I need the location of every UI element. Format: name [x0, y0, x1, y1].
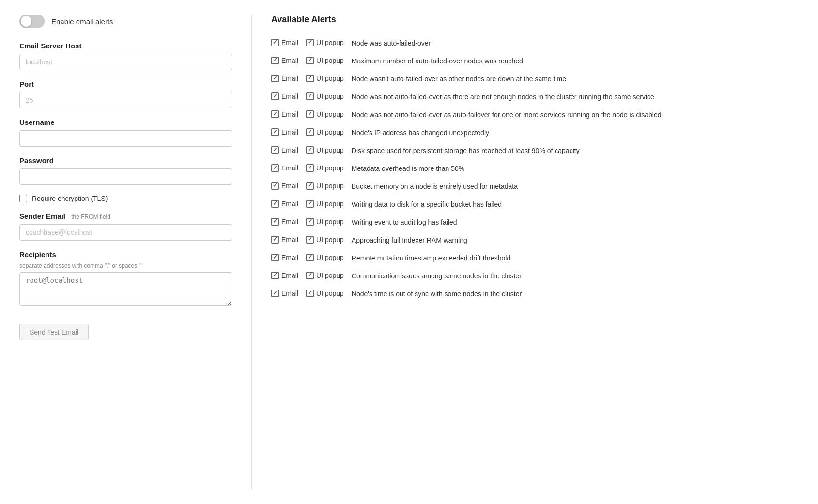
- popup-checkbox-icon[interactable]: [306, 272, 314, 279]
- alert-item: Email UI popup Communication issues amon…: [271, 267, 799, 285]
- username-input[interactable]: [19, 130, 232, 147]
- email-check-group: Email: [271, 146, 298, 154]
- popup-checkbox-icon[interactable]: [306, 236, 314, 244]
- popup-checkbox-icon[interactable]: [306, 164, 314, 172]
- email-check-group: Email: [271, 56, 298, 64]
- sender-email-label: Sender Email the FROM field: [19, 212, 232, 220]
- email-check-group: Email: [271, 92, 298, 100]
- email-checkbox-icon[interactable]: [271, 182, 279, 190]
- recipients-label: Recipients: [19, 250, 232, 259]
- email-label: Email: [281, 146, 298, 154]
- popup-label: UI popup: [316, 182, 344, 190]
- alert-description: Disk space used for persistent storage h…: [352, 146, 799, 156]
- server-host-input[interactable]: [19, 54, 232, 70]
- popup-checkbox-icon[interactable]: [306, 39, 314, 46]
- popup-checkbox-icon[interactable]: [306, 110, 314, 118]
- alert-checks: Email UI popup: [271, 38, 352, 46]
- email-checkbox-icon[interactable]: [271, 218, 279, 226]
- popup-check-group: UI popup: [306, 271, 344, 279]
- server-host-label: Email Server Host: [19, 42, 232, 50]
- email-checkbox-icon[interactable]: [271, 254, 279, 261]
- sender-email-input[interactable]: [19, 224, 232, 241]
- email-label: Email: [281, 57, 298, 64]
- email-check-group: Email: [271, 164, 298, 172]
- alerts-list: Email UI popup Node was auto-failed-over…: [271, 34, 799, 303]
- popup-check-group: UI popup: [306, 199, 344, 208]
- alert-checks: Email UI popup: [271, 110, 352, 118]
- email-checkbox-icon[interactable]: [271, 57, 279, 64]
- email-check-group: Email: [271, 289, 298, 297]
- alert-checks: Email UI popup: [271, 199, 352, 208]
- email-checkbox-icon[interactable]: [271, 146, 279, 154]
- popup-checkbox-icon[interactable]: [306, 182, 314, 190]
- email-checkbox-icon[interactable]: [271, 110, 279, 118]
- popup-label: UI popup: [316, 236, 344, 244]
- alert-item: Email UI popup Metadata overhead is more…: [271, 160, 799, 178]
- popup-check-group: UI popup: [306, 164, 344, 172]
- encryption-row: Require encryption (TLS): [19, 195, 232, 202]
- send-test-email-button[interactable]: Send Test Email: [19, 324, 89, 340]
- popup-checkbox-icon[interactable]: [306, 218, 314, 226]
- username-label: Username: [19, 118, 232, 126]
- popup-checkbox-icon[interactable]: [306, 128, 314, 136]
- popup-label: UI popup: [316, 92, 344, 100]
- popup-checkbox-icon[interactable]: [306, 75, 314, 82]
- alert-description: Approaching full Indexer RAM warning: [352, 235, 799, 245]
- email-label: Email: [281, 272, 298, 279]
- alert-description: Node was auto-failed-over: [352, 38, 799, 48]
- username-group: Username: [19, 118, 232, 147]
- port-input[interactable]: [19, 92, 232, 108]
- alert-description: Node was not auto-failed-over as there a…: [352, 92, 799, 102]
- email-checkbox-icon[interactable]: [271, 128, 279, 136]
- popup-checkbox-icon[interactable]: [306, 92, 314, 100]
- popup-check-group: UI popup: [306, 56, 344, 64]
- popup-checkbox-icon[interactable]: [306, 254, 314, 261]
- popup-checkbox-icon[interactable]: [306, 200, 314, 208]
- alert-description: Writing event to audit log has failed: [352, 217, 799, 228]
- password-label: Password: [19, 156, 232, 165]
- email-checkbox-icon[interactable]: [271, 75, 279, 82]
- email-label: Email: [281, 164, 298, 172]
- page-container: Enable email alerts Email Server Host Po…: [0, 0, 818, 504]
- email-checkbox-icon[interactable]: [271, 200, 279, 208]
- email-label: Email: [281, 110, 298, 118]
- popup-check-group: UI popup: [306, 289, 344, 297]
- email-checkbox-icon[interactable]: [271, 272, 279, 279]
- alert-checks: Email UI popup: [271, 271, 352, 279]
- alert-checks: Email UI popup: [271, 235, 352, 244]
- email-label: Email: [281, 290, 298, 297]
- recipients-textarea[interactable]: [19, 272, 232, 306]
- popup-label: UI popup: [316, 57, 344, 64]
- email-label: Email: [281, 92, 298, 100]
- popup-checkbox-icon[interactable]: [306, 146, 314, 154]
- email-checkbox-icon[interactable]: [271, 39, 279, 46]
- toggle-slider: [19, 15, 45, 28]
- popup-label: UI popup: [316, 218, 344, 226]
- email-check-group: Email: [271, 253, 298, 261]
- enable-email-toggle[interactable]: [19, 15, 45, 28]
- encryption-checkbox[interactable]: [19, 195, 27, 202]
- alert-item: Email UI popup Node was auto-failed-over: [271, 34, 799, 52]
- popup-label: UI popup: [316, 75, 344, 82]
- enable-email-toggle-row: Enable email alerts: [19, 15, 232, 28]
- alert-item: Email UI popup Writing event to audit lo…: [271, 214, 799, 231]
- alert-item: Email UI popup Node was not auto-failed-…: [271, 106, 799, 124]
- email-check-group: Email: [271, 271, 298, 279]
- popup-label: UI popup: [316, 110, 344, 118]
- toggle-label: Enable email alerts: [51, 17, 113, 26]
- email-checkbox-icon[interactable]: [271, 92, 279, 100]
- email-checkbox-icon[interactable]: [271, 164, 279, 172]
- email-check-group: Email: [271, 74, 298, 82]
- password-input[interactable]: [19, 168, 232, 185]
- email-check-group: Email: [271, 110, 298, 118]
- alert-checks: Email UI popup: [271, 74, 352, 82]
- alert-item: Email UI popup Node's IP address has cha…: [271, 124, 799, 142]
- email-label: Email: [281, 236, 298, 244]
- popup-checkbox-icon[interactable]: [306, 290, 314, 297]
- popup-check-group: UI popup: [306, 74, 344, 82]
- email-label: Email: [281, 128, 298, 136]
- email-checkbox-icon[interactable]: [271, 290, 279, 297]
- popup-checkbox-icon[interactable]: [306, 57, 314, 64]
- email-check-group: Email: [271, 199, 298, 208]
- email-checkbox-icon[interactable]: [271, 236, 279, 244]
